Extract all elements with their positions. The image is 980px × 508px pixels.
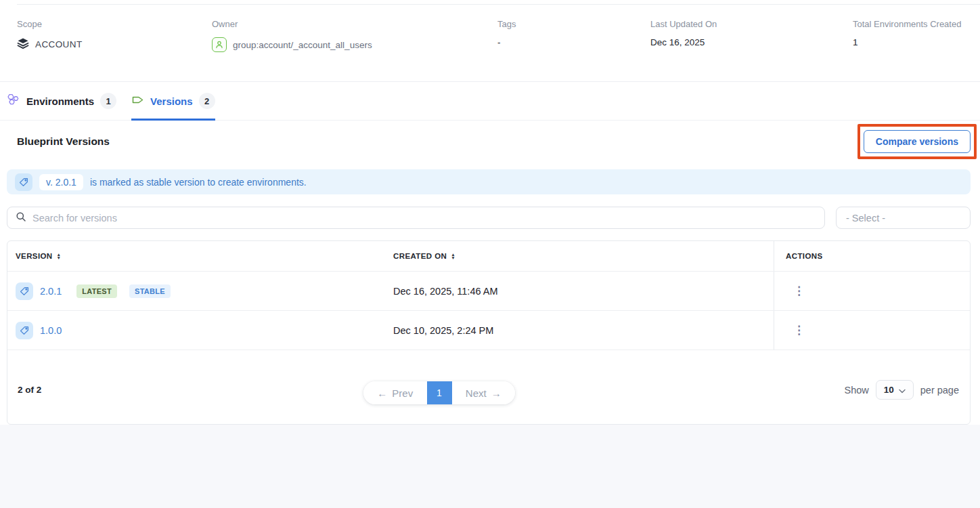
pagination-bar: 2 of 2 ← Prev 1 Next → Show 10 <box>7 350 970 424</box>
per-page-label: per page <box>920 385 959 396</box>
column-header-created-on-label: CREATED ON <box>393 252 447 260</box>
compare-versions-button[interactable]: Compare versions <box>864 130 971 153</box>
filter-row: - Select - <box>7 207 971 229</box>
tag-icon <box>15 173 32 191</box>
created-on-value: Dec 10, 2025, 2:24 PM <box>393 325 493 336</box>
version-link[interactable]: 2.0.1 <box>40 286 62 297</box>
scope-value: ACCOUNT <box>35 39 83 49</box>
filter-select-value: - Select - <box>846 213 885 224</box>
pager: ← Prev 1 Next → <box>363 381 515 404</box>
next-page-button[interactable]: Next → <box>452 381 516 404</box>
section-header: Blueprint Versions Compare versions <box>0 121 980 163</box>
stable-version-badge: v. 2.0.1 <box>39 174 83 190</box>
tab-environments-label: Environments <box>26 96 94 107</box>
column-header-actions-label: ACTIONS <box>786 252 823 260</box>
tab-environments-count: 1 <box>100 93 116 109</box>
tags-label: Tags <box>497 19 650 29</box>
sort-icon[interactable]: ▲▼ <box>57 253 62 259</box>
page-size-control: Show 10 per page <box>844 380 959 400</box>
latest-badge: LATEST <box>76 284 117 298</box>
versions-table: VERSION ▲▼ CREATED ON ▲▼ ACTIONS 2.0.1 L… <box>7 240 971 425</box>
stable-badge: STABLE <box>129 284 171 298</box>
banner-message: is marked as stable version to create en… <box>90 177 307 188</box>
hexagons-icon <box>7 93 20 109</box>
prev-label: Prev <box>392 387 413 399</box>
last-updated-label: Last Updated On <box>650 19 853 29</box>
annotation-highlight-box: Compare versions <box>858 124 977 159</box>
next-label: Next <box>466 387 487 399</box>
search-icon <box>16 211 26 225</box>
version-link[interactable]: 1.0.0 <box>40 325 62 336</box>
column-header-version[interactable]: VERSION ▲▼ <box>7 241 393 271</box>
kebab-menu-icon[interactable]: ⋮ <box>793 324 805 336</box>
owner-label: Owner <box>212 19 497 29</box>
table-row: 2.0.1 LATEST STABLE Dec 16, 2025, 11:46 … <box>7 272 970 311</box>
show-label: Show <box>844 385 868 396</box>
table-row: 1.0.0 Dec 10, 2025, 2:24 PM ⋮ <box>7 311 970 350</box>
scope-label: Scope <box>17 19 212 29</box>
sort-icon[interactable]: ▲▼ <box>451 253 455 259</box>
overview-last-updated: Last Updated On Dec 16, 2025 <box>650 19 853 81</box>
total-environments-value: 1 <box>853 37 858 47</box>
right-arrow-icon: → <box>491 387 502 399</box>
tag-icon <box>16 322 33 339</box>
owner-value: group:account/_account_all_users <box>233 40 372 50</box>
pagination-summary: 2 of 2 <box>18 385 41 395</box>
page-title: Blueprint Versions <box>17 135 110 148</box>
current-page-indicator[interactable]: 1 <box>427 381 452 404</box>
layers-icon <box>17 37 29 51</box>
content-sheet: Scope ACCOUNT Owner group:account/_accou… <box>0 0 980 425</box>
tag-icon <box>131 93 144 109</box>
left-arrow-icon: ← <box>377 387 387 399</box>
overview-tags: Tags - <box>497 19 650 81</box>
column-header-version-label: VERSION <box>16 252 53 260</box>
tab-versions[interactable]: Versions 2 <box>131 82 215 120</box>
stable-version-banner: v. 2.0.1 is marked as stable version to … <box>7 169 971 194</box>
tags-value: - <box>497 37 501 47</box>
page-size-value: 10 <box>884 385 894 395</box>
user-icon <box>212 37 227 52</box>
overview-scope: Scope ACCOUNT <box>17 19 212 81</box>
tab-versions-count: 2 <box>199 93 215 109</box>
search-input[interactable] <box>32 213 816 224</box>
overview-owner: Owner group:account/_account_all_users <box>212 19 497 81</box>
prev-page-button[interactable]: ← Prev <box>363 381 427 404</box>
table-header-row: VERSION ▲▼ CREATED ON ▲▼ ACTIONS <box>7 241 970 272</box>
tab-bar: Environments 1 Versions 2 <box>0 81 980 121</box>
tab-versions-label: Versions <box>150 96 193 107</box>
chevron-down-icon <box>899 384 906 396</box>
search-box[interactable] <box>7 207 825 229</box>
page-size-select[interactable]: 10 <box>876 380 914 400</box>
created-on-value: Dec 16, 2025, 11:46 AM <box>393 286 498 297</box>
filter-select[interactable]: - Select - <box>836 207 971 229</box>
overview-total-environments: Total Environments Created 1 <box>853 19 980 81</box>
kebab-menu-icon[interactable]: ⋮ <box>793 285 805 297</box>
tag-icon <box>16 282 33 300</box>
last-updated-value: Dec 16, 2025 <box>650 37 705 47</box>
total-environments-label: Total Environments Created <box>853 19 980 29</box>
column-header-actions: ACTIONS <box>774 241 970 271</box>
blueprint-overview: Scope ACCOUNT Owner group:account/_accou… <box>0 5 980 81</box>
tab-environments[interactable]: Environments 1 <box>7 82 116 120</box>
column-header-created-on[interactable]: CREATED ON ▲▼ <box>393 241 774 271</box>
